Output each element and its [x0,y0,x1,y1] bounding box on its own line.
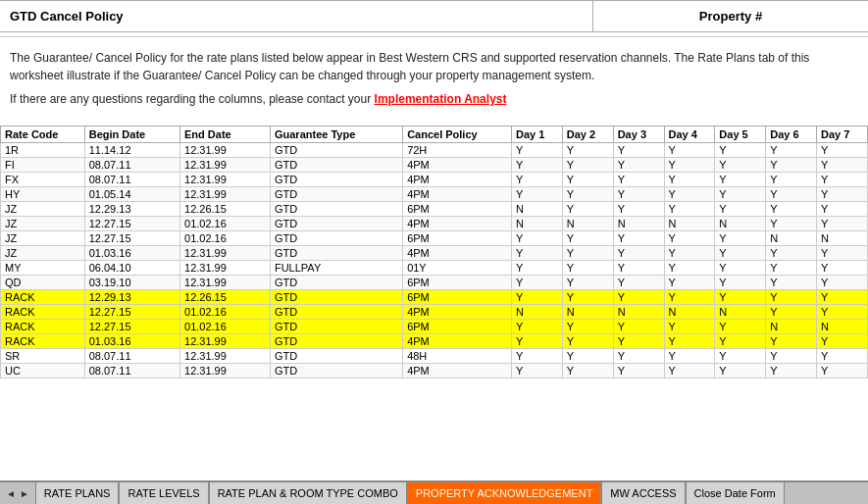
table-cell: Y [562,334,613,349]
table-cell: N [511,202,562,217]
table-cell: Y [664,143,715,158]
table-cell: 12.31.99 [180,143,271,158]
table-cell: 6PM [403,231,512,246]
table-cell: Y [817,143,868,158]
table-row: JZ12.27.1501.02.16GTD6PMYYYYYNN [1,231,868,246]
table-cell: Y [766,173,817,187]
table-cell: Y [664,364,715,378]
implementation-analyst-link[interactable]: Implementation Analyst [375,92,507,106]
table-cell: Y [664,202,715,217]
table-cell: 48H [403,349,512,364]
table-cell: Y [766,276,817,290]
table-cell: 6PM [403,320,512,334]
table-cell: Y [715,143,766,158]
table-cell: RACK [1,334,85,349]
table-row: RACK12.29.1312.26.15GTD6PMYYYYYYY [1,290,868,305]
table-cell: 01.02.16 [180,320,271,334]
table-cell: 01.02.16 [180,305,271,320]
tab-rate-plans[interactable]: RATE PLANS [35,482,120,504]
table-cell: 01.03.16 [84,246,179,261]
table-cell: 12.29.13 [84,202,179,217]
header-left-title: GTD Cancel Policy [0,1,593,31]
table-cell: Y [562,143,613,158]
table-cell: Y [613,334,664,349]
table-cell: Y [715,349,766,364]
table-cell: Y [817,217,868,231]
table-cell: Y [613,143,664,158]
table-cell: JZ [1,246,85,261]
col-header-day5: Day 5 [715,126,766,143]
tab-mw-access[interactable]: MW ACCESS [601,482,685,504]
table-cell: Y [817,158,868,173]
table-row: JZ12.29.1312.26.15GTD6PMNYYYYYY [1,202,868,217]
col-header-day4: Day 4 [664,126,715,143]
table-cell: 03.19.10 [84,276,179,290]
table-cell: Y [613,246,664,261]
table-cell: 12.31.99 [180,261,271,276]
left-arrow-icon[interactable]: ◄ [6,488,16,499]
tab-close-date-form[interactable]: Close Date Form [686,482,785,504]
tab-rate-plan-room-type[interactable]: RATE PLAN & ROOM TYPE COMBO [209,482,407,504]
table-cell: RACK [1,305,85,320]
table-cell: Y [664,158,715,173]
main-container: GTD Cancel Policy Property # The Guarant… [0,0,868,504]
table-cell: GTD [270,202,402,217]
table-cell: 72H [403,143,512,158]
table-cell: JZ [1,217,85,231]
table-cell: Y [511,364,562,378]
table-cell: QD [1,276,85,290]
table-cell: 12.31.99 [180,276,271,290]
col-header-day6: Day 6 [766,126,817,143]
bottom-tabs: ◄ ► RATE PLANS RATE LEVELS RATE PLAN & R… [0,480,868,504]
table-cell: 12.31.99 [180,173,271,187]
table-cell: 12.26.15 [180,290,271,305]
table-cell: Y [715,364,766,378]
table-row: MY06.04.1012.31.99FULLPAY01YYYYYYYY [1,261,868,276]
table-cell: Y [511,231,562,246]
table-row: 1R11.14.1212.31.99GTD72HYYYYYYY [1,143,868,158]
table-cell: 12.31.99 [180,349,271,364]
table-cell: GTD [270,349,402,364]
table-cell: JZ [1,231,85,246]
table-cell: Y [817,202,868,217]
tab-nav-left[interactable]: ◄ ► [0,482,35,504]
table-cell: Y [664,290,715,305]
table-cell: Y [817,364,868,378]
table-cell: Y [817,187,868,202]
table-cell: GTD [270,231,402,246]
table-cell: Y [562,364,613,378]
description-text2: If there are any questions regarding the… [10,92,375,106]
table-cell: 4PM [403,305,512,320]
table-cell: Y [817,276,868,290]
table-cell: Y [715,158,766,173]
table-cell: 12.31.99 [180,158,271,173]
table-cell: Y [766,261,817,276]
tab-rate-levels[interactable]: RATE LEVELS [119,482,208,504]
table-cell: RACK [1,320,85,334]
table-row: QD03.19.1012.31.99GTD6PMYYYYYYY [1,276,868,290]
table-cell: Y [766,305,817,320]
table-cell: Y [613,158,664,173]
table-row: HY01.05.1412.31.99GTD4PMYYYYYYY [1,187,868,202]
table-cell: N [817,320,868,334]
table-cell: Y [562,246,613,261]
table-cell: 4PM [403,334,512,349]
table-cell: N [664,305,715,320]
table-cell: N [766,231,817,246]
table-cell: Y [511,187,562,202]
right-arrow-icon[interactable]: ► [20,488,29,499]
table-cell: 08.07.11 [84,158,179,173]
col-header-end-date: End Date [180,126,271,143]
table-cell: Y [562,202,613,217]
table-cell: Y [817,349,868,364]
tab-property-acknowledgement[interactable]: PROPERTY ACKNOWLEDGEMENT [407,482,602,504]
table-cell: Y [613,349,664,364]
table-cell: 01.02.16 [180,217,271,231]
table-cell: 12.31.99 [180,246,271,261]
table-cell: Y [766,349,817,364]
table-row: JZ01.03.1612.31.99GTD4PMYYYYYYY [1,246,868,261]
table-cell: Y [664,231,715,246]
table-row: SR08.07.1112.31.99GTD48HYYYYYYY [1,349,868,364]
table-cell: Y [664,276,715,290]
table-cell: Y [715,261,766,276]
